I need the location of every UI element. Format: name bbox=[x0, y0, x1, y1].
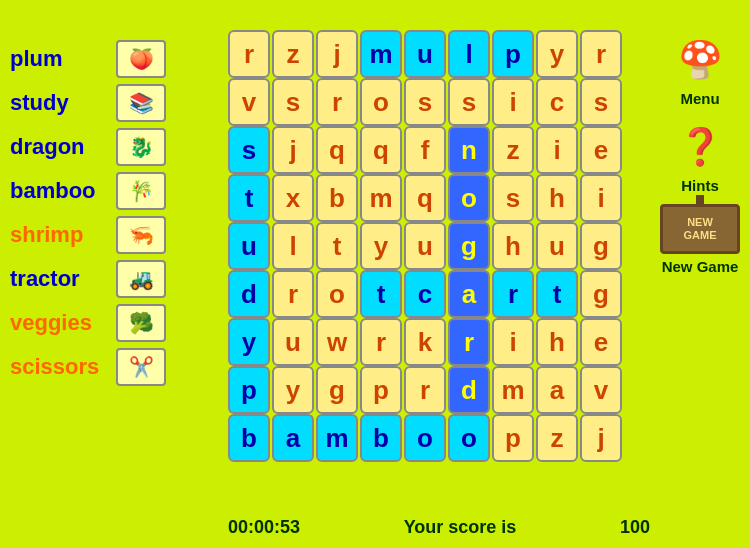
cell-2-2[interactable]: q bbox=[316, 126, 358, 174]
cell-6-4[interactable]: k bbox=[404, 318, 446, 366]
cell-1-2[interactable]: r bbox=[316, 78, 358, 126]
cell-5-8[interactable]: g bbox=[580, 270, 622, 318]
cell-6-0[interactable]: y bbox=[228, 318, 270, 366]
cell-1-1[interactable]: s bbox=[272, 78, 314, 126]
cell-4-6[interactable]: h bbox=[492, 222, 534, 270]
cell-3-6[interactable]: s bbox=[492, 174, 534, 222]
word-image-plum: 🍑 bbox=[116, 40, 166, 78]
cell-2-3[interactable]: q bbox=[360, 126, 402, 174]
cell-1-6[interactable]: i bbox=[492, 78, 534, 126]
cell-4-7[interactable]: u bbox=[536, 222, 578, 270]
cell-0-1[interactable]: z bbox=[272, 30, 314, 78]
word-label-dragon: dragon bbox=[10, 134, 110, 160]
letter-grid: rzjmulpyrvsrossicssjqqfnzietxbmqoshiulty… bbox=[228, 30, 622, 460]
word-image-bamboo: 🎋 bbox=[116, 172, 166, 210]
cell-0-8[interactable]: r bbox=[580, 30, 622, 78]
cell-3-7[interactable]: h bbox=[536, 174, 578, 222]
cell-5-6[interactable]: r bbox=[492, 270, 534, 318]
cell-7-8[interactable]: v bbox=[580, 366, 622, 414]
word-label-bamboo: bamboo bbox=[10, 178, 110, 204]
cell-6-8[interactable]: e bbox=[580, 318, 622, 366]
cell-0-7[interactable]: y bbox=[536, 30, 578, 78]
cell-6-7[interactable]: h bbox=[536, 318, 578, 366]
cell-5-7[interactable]: t bbox=[536, 270, 578, 318]
cell-3-1[interactable]: x bbox=[272, 174, 314, 222]
cell-4-2[interactable]: t bbox=[316, 222, 358, 270]
cell-8-6[interactable]: p bbox=[492, 414, 534, 462]
word-image-shrimp: 🦐 bbox=[116, 216, 166, 254]
cell-8-0[interactable]: b bbox=[228, 414, 270, 462]
cell-7-5[interactable]: d bbox=[448, 366, 490, 414]
cell-2-4[interactable]: f bbox=[404, 126, 446, 174]
cell-8-1[interactable]: a bbox=[272, 414, 314, 462]
cell-4-4[interactable]: u bbox=[404, 222, 446, 270]
menu-label: Menu bbox=[680, 90, 719, 107]
cell-5-3[interactable]: t bbox=[360, 270, 402, 318]
cell-2-8[interactable]: e bbox=[580, 126, 622, 174]
word-item-study: study📚 bbox=[10, 84, 166, 122]
cell-1-4[interactable]: s bbox=[404, 78, 446, 126]
cell-4-5[interactable]: g bbox=[448, 222, 490, 270]
cell-1-0[interactable]: v bbox=[228, 78, 270, 126]
cell-6-3[interactable]: r bbox=[360, 318, 402, 366]
cell-0-3[interactable]: m bbox=[360, 30, 402, 78]
cell-2-5[interactable]: n bbox=[448, 126, 490, 174]
cell-5-0[interactable]: d bbox=[228, 270, 270, 318]
new-game-label: New Game bbox=[662, 258, 739, 275]
cell-4-8[interactable]: g bbox=[580, 222, 622, 270]
new-game-button[interactable]: NEWGAME New Game bbox=[660, 204, 740, 275]
cell-1-7[interactable]: c bbox=[536, 78, 578, 126]
cell-6-1[interactable]: u bbox=[272, 318, 314, 366]
cell-3-2[interactable]: b bbox=[316, 174, 358, 222]
word-image-scissors: ✂️ bbox=[116, 348, 166, 386]
word-item-scissors: scissors✂️ bbox=[10, 348, 166, 386]
menu-icon: 🍄 bbox=[670, 30, 730, 90]
cell-1-3[interactable]: o bbox=[360, 78, 402, 126]
cell-8-5[interactable]: o bbox=[448, 414, 490, 462]
cell-8-8[interactable]: j bbox=[580, 414, 622, 462]
cell-5-1[interactable]: r bbox=[272, 270, 314, 318]
cell-5-2[interactable]: o bbox=[316, 270, 358, 318]
cell-0-2[interactable]: j bbox=[316, 30, 358, 78]
cell-6-6[interactable]: i bbox=[492, 318, 534, 366]
cell-2-1[interactable]: j bbox=[272, 126, 314, 174]
cell-8-3[interactable]: b bbox=[360, 414, 402, 462]
cell-7-1[interactable]: y bbox=[272, 366, 314, 414]
cell-0-0[interactable]: r bbox=[228, 30, 270, 78]
cell-2-7[interactable]: i bbox=[536, 126, 578, 174]
word-label-veggies: veggies bbox=[10, 310, 110, 336]
cell-7-2[interactable]: g bbox=[316, 366, 358, 414]
cell-4-3[interactable]: y bbox=[360, 222, 402, 270]
cell-8-4[interactable]: o bbox=[404, 414, 446, 462]
cell-7-6[interactable]: m bbox=[492, 366, 534, 414]
word-item-shrimp: shrimp🦐 bbox=[10, 216, 166, 254]
cell-4-0[interactable]: u bbox=[228, 222, 270, 270]
cell-6-2[interactable]: w bbox=[316, 318, 358, 366]
cell-5-5[interactable]: a bbox=[448, 270, 490, 318]
cell-0-6[interactable]: p bbox=[492, 30, 534, 78]
word-item-veggies: veggies🥦 bbox=[10, 304, 166, 342]
cell-8-7[interactable]: z bbox=[536, 414, 578, 462]
cell-7-4[interactable]: r bbox=[404, 366, 446, 414]
cell-3-8[interactable]: i bbox=[580, 174, 622, 222]
cell-0-4[interactable]: u bbox=[404, 30, 446, 78]
cell-7-3[interactable]: p bbox=[360, 366, 402, 414]
cell-7-0[interactable]: p bbox=[228, 366, 270, 414]
cell-1-5[interactable]: s bbox=[448, 78, 490, 126]
cell-4-1[interactable]: l bbox=[272, 222, 314, 270]
cell-7-7[interactable]: a bbox=[536, 366, 578, 414]
cell-3-0[interactable]: t bbox=[228, 174, 270, 222]
cell-3-3[interactable]: m bbox=[360, 174, 402, 222]
cell-2-0[interactable]: s bbox=[228, 126, 270, 174]
menu-button[interactable]: 🍄 Menu bbox=[660, 30, 740, 107]
cell-0-5[interactable]: l bbox=[448, 30, 490, 78]
hints-button[interactable]: ❓ Hints bbox=[660, 117, 740, 194]
cell-3-5[interactable]: o bbox=[448, 174, 490, 222]
cell-3-4[interactable]: q bbox=[404, 174, 446, 222]
bottom-bar: 00:00:53 Your score is 100 bbox=[228, 517, 650, 538]
cell-6-5[interactable]: r bbox=[448, 318, 490, 366]
cell-8-2[interactable]: m bbox=[316, 414, 358, 462]
cell-1-8[interactable]: s bbox=[580, 78, 622, 126]
cell-5-4[interactable]: c bbox=[404, 270, 446, 318]
cell-2-6[interactable]: z bbox=[492, 126, 534, 174]
